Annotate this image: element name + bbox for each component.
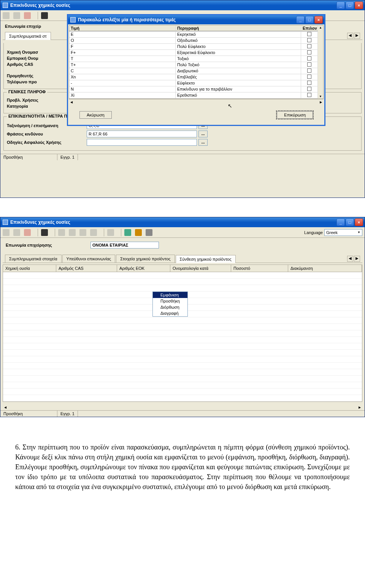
table-row[interactable]: XiΕρεθιστικό	[69, 92, 318, 99]
cell-checkbox[interactable]	[301, 56, 318, 62]
scroll-right-icon[interactable]: ▶	[357, 406, 362, 409]
col-nomenclature[interactable]: Ονοματολογία κατά	[170, 265, 231, 272]
tabs-next[interactable]: ▶	[354, 33, 360, 39]
grid-hscroll[interactable]: ◀ ▶	[69, 99, 324, 105]
tab-supplementary[interactable]: Συμπληρωματικά στ	[5, 32, 51, 40]
table-row[interactable]: -Εύφλεκτο	[69, 80, 318, 86]
table-row[interactable]: XnΕπιβλαβές	[69, 74, 318, 80]
table-row[interactable]: FΠολύ Εύφλεκτο	[69, 44, 318, 50]
cell-checkbox[interactable]	[301, 86, 318, 92]
cell-checkbox[interactable]	[301, 62, 318, 68]
checkbox-icon[interactable]	[307, 32, 311, 36]
table-row[interactable]: NΕπικίνδυνο για το περιβάλλον	[69, 86, 318, 92]
table-row[interactable]: F+Εξαιρετικά Εύφλεκτο	[69, 50, 318, 56]
checkbox-icon[interactable]	[307, 69, 311, 73]
menu-add[interactable]: Προσθήκη	[153, 298, 187, 304]
open-icon[interactable]	[13, 229, 20, 236]
first-icon[interactable]	[58, 229, 65, 236]
cell-checkbox[interactable]	[301, 80, 318, 86]
checkbox-icon[interactable]	[307, 81, 311, 85]
col-eok[interactable]: Αριθμός EOK	[117, 265, 170, 272]
titlebar[interactable]: Επικίνδυνες χημικές ουσίες _ □ ×	[0, 0, 365, 10]
dialog-minimize-button[interactable]: _	[296, 16, 305, 24]
tab-contacts[interactable]: Υπεύθυνοι επικοινωνίας	[62, 255, 116, 263]
new-icon[interactable]	[3, 12, 10, 19]
tool-c-icon[interactable]	[135, 229, 142, 236]
col-variance[interactable]: Διακύμανση	[288, 265, 362, 272]
tool-b-icon[interactable]	[124, 229, 131, 236]
col-cas[interactable]: Αριθμός CAS	[56, 265, 117, 272]
scroll-up-icon[interactable]: ▲	[319, 26, 322, 29]
tabs-prev[interactable]: ◀	[347, 256, 353, 262]
checkbox-icon[interactable]	[307, 62, 311, 67]
tool-a-icon[interactable]	[107, 229, 114, 236]
tab-supplementary[interactable]: Συμπληρωματικά στοιχεία	[5, 255, 62, 263]
new-icon[interactable]	[3, 229, 10, 236]
open-icon[interactable]	[13, 12, 20, 19]
close-button[interactable]: ×	[355, 2, 363, 9]
checkbox-icon[interactable]	[307, 93, 311, 97]
table-row[interactable]: OΟξειδωτικό	[69, 38, 318, 44]
print-icon[interactable]	[146, 229, 152, 236]
col-value[interactable]: Τιμή	[69, 25, 176, 31]
minimize-button[interactable]: _	[336, 2, 345, 9]
scroll-left-icon[interactable]: ◀	[69, 100, 74, 104]
col-substance[interactable]: Χημική ουσία	[3, 265, 56, 272]
risk-phrases-lookup-button[interactable]: ...	[198, 131, 208, 137]
delete-icon[interactable]	[24, 229, 31, 236]
prev-icon[interactable]	[69, 229, 76, 236]
ok-button[interactable]: Επικύρωση	[277, 111, 313, 119]
cell-checkbox[interactable]	[301, 68, 318, 74]
cancel-button[interactable]: Ακύρωση	[79, 111, 112, 119]
risk-phrases-input[interactable]: R 67,R 66	[87, 131, 197, 137]
cell-checkbox[interactable]	[301, 74, 318, 80]
maximize-button-2[interactable]: □	[346, 218, 354, 226]
next-icon[interactable]	[79, 229, 86, 236]
tabs-prev[interactable]: ◀	[347, 33, 353, 39]
checkbox-icon[interactable]	[307, 38, 311, 42]
maximize-button[interactable]: □	[346, 2, 354, 9]
dialog-close-button[interactable]: ×	[314, 16, 323, 24]
tab-product-data[interactable]: Στοιχεία χημικού προϊόντος	[116, 255, 175, 263]
checkbox-icon[interactable]	[307, 50, 311, 54]
minimize-button-2[interactable]: _	[336, 218, 345, 226]
cell-checkbox[interactable]	[301, 32, 318, 37]
delete-icon[interactable]	[24, 12, 31, 19]
col-percent[interactable]: Ποσοστό	[231, 265, 288, 272]
table-row[interactable]: T+Πολύ Τοξικό	[69, 62, 318, 68]
close-button-2[interactable]: ×	[355, 218, 363, 226]
dialog-titlebar[interactable]: Παρακαλώ επιλέξτε μία ή περισσότερες τιμ…	[68, 15, 324, 24]
table-row[interactable]: EΕκρηκτικό	[69, 32, 318, 38]
language-select[interactable]: Greek	[324, 229, 362, 236]
titlebar-2[interactable]: Επικίνδυνες χημικές ουσίες _ □ ×	[0, 217, 365, 227]
dialog-maximize-button[interactable]: □	[305, 16, 314, 24]
save-icon[interactable]	[41, 12, 48, 19]
menu-show[interactable]: Εμφάνιση	[153, 292, 187, 298]
grid-vscroll[interactable]: ▲ ▼	[318, 25, 323, 99]
tab-product-composition[interactable]: Σύνθεση χημικού προϊόντος	[176, 255, 236, 263]
company-input[interactable]: ΟΝΟΜΑ ΕΤΑΙΡΙΑΣ	[90, 242, 159, 249]
composition-grid[interactable]: Χημική ουσία Αριθμός CAS Αριθμός EOK Ονο…	[3, 265, 362, 402]
col-description[interactable]: Περιγραφή	[176, 25, 301, 31]
grid-hscroll-2[interactable]: ◀ ▶	[3, 404, 362, 410]
last-icon[interactable]	[90, 229, 97, 236]
checkbox-icon[interactable]	[307, 56, 311, 61]
cell-checkbox[interactable]	[301, 92, 318, 98]
scroll-left-icon[interactable]: ◀	[3, 406, 8, 409]
table-row[interactable]: CΔιαβρωτικό	[69, 68, 318, 74]
checkbox-icon[interactable]	[307, 44, 311, 48]
safety-lookup-button[interactable]: ...	[198, 139, 208, 146]
menu-edit[interactable]: Διόρθωση	[153, 304, 187, 310]
cell-checkbox[interactable]	[301, 38, 318, 43]
scroll-right-icon[interactable]: ▶	[318, 100, 324, 104]
table-row[interactable]: TΤοξικό	[69, 56, 318, 62]
tabs-next[interactable]: ▶	[354, 256, 360, 262]
checkbox-icon[interactable]	[307, 87, 311, 91]
scroll-down-icon[interactable]: ▼	[319, 95, 322, 98]
menu-delete[interactable]: Διαγραφή	[153, 310, 187, 316]
cell-checkbox[interactable]	[301, 50, 318, 56]
safety-input[interactable]	[87, 139, 197, 146]
save-icon[interactable]	[41, 229, 48, 236]
checkbox-icon[interactable]	[307, 75, 311, 79]
col-selection[interactable]: Επιλον	[301, 25, 318, 31]
